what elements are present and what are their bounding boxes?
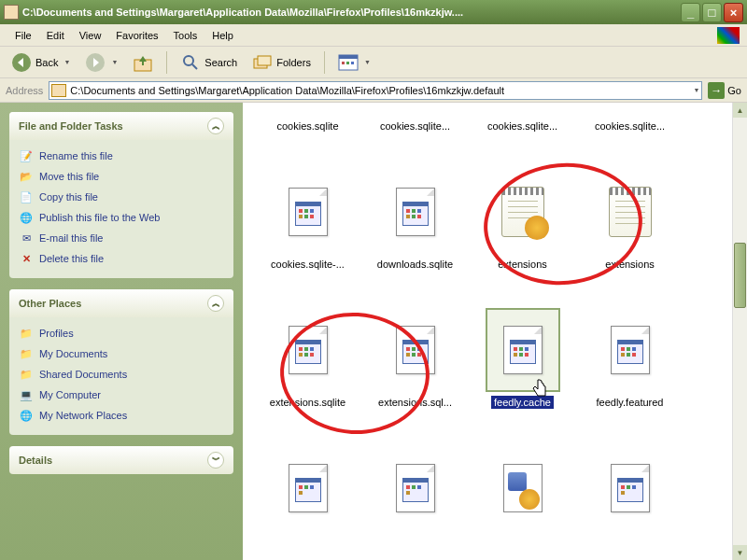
folders-icon: [252, 52, 273, 73]
menu-help[interactable]: Help: [204, 28, 241, 43]
file-item[interactable]: [361, 442, 469, 534]
back-button[interactable]: Back ▼: [6, 50, 76, 75]
computer-icon: 💻: [19, 387, 34, 402]
file-item[interactable]: feedly.featured: [576, 304, 684, 414]
go-button[interactable]: → Go: [708, 82, 741, 99]
scroll-up-button[interactable]: ▲: [733, 103, 747, 118]
svg-rect-11: [351, 62, 354, 64]
chevron-down-icon: ︾: [207, 452, 224, 469]
file-item[interactable]: cookies.sqlite: [254, 112, 361, 138]
folder-icon: [4, 5, 19, 20]
chevron-down-icon[interactable]: ▼: [693, 87, 699, 93]
separator: [324, 51, 325, 74]
panel-places: Other Places ︽ 📁Profiles 📁My Documents 📁…: [9, 289, 233, 435]
close-button[interactable]: ×: [724, 3, 743, 22]
forward-icon: [85, 52, 106, 73]
go-arrow-icon: →: [708, 82, 725, 99]
file-item[interactable]: extensions.sqlite: [254, 304, 361, 414]
document-icon: [289, 464, 328, 512]
forward-button[interactable]: ▼: [79, 50, 123, 75]
file-item[interactable]: [469, 442, 576, 534]
file-item[interactable]: cookies.sqlite...: [576, 112, 684, 138]
document-icon: [396, 464, 435, 512]
address-input-wrap[interactable]: ▼: [49, 81, 702, 100]
file-item[interactable]: cookies.sqlite...: [469, 112, 576, 138]
document-icon: [503, 326, 543, 374]
up-button[interactable]: [127, 50, 159, 75]
document-icon: [289, 188, 328, 236]
chevron-up-icon: ︽: [207, 295, 224, 312]
folders-button[interactable]: Folders: [247, 50, 317, 75]
task-delete[interactable]: ✕Delete this file: [19, 248, 224, 269]
address-input[interactable]: [70, 85, 691, 96]
notepad-icon: [609, 187, 652, 237]
delete-icon: ✕: [19, 251, 34, 266]
search-button[interactable]: Search: [175, 50, 243, 75]
views-icon: [338, 52, 359, 73]
menu-favorites[interactable]: Favorites: [108, 28, 165, 43]
search-icon: [180, 52, 201, 73]
document-icon: [611, 464, 650, 512]
svg-rect-6: [258, 56, 271, 65]
svg-rect-10: [346, 62, 349, 64]
panel-places-header[interactable]: Other Places ︽: [9, 289, 233, 317]
task-publish[interactable]: 🌐Publish this file to the Web: [19, 207, 224, 228]
task-rename[interactable]: 📝Rename this file: [19, 146, 224, 166]
panel-details-title: Details: [19, 455, 52, 466]
menu-edit[interactable]: Edit: [39, 28, 72, 43]
window-title: C:\Documents and Settings\Margaret\Appli…: [22, 7, 681, 18]
file-item[interactable]: [254, 442, 361, 534]
back-label: Back: [35, 57, 58, 68]
scroll-down-button[interactable]: ▼: [733, 545, 747, 560]
search-label: Search: [204, 57, 237, 68]
task-move[interactable]: 📂Move this file: [19, 166, 224, 187]
file-item[interactable]: cookies.sqlite...: [361, 112, 469, 138]
menubar: File Edit View Favorites Tools Help: [0, 24, 747, 47]
menu-view[interactable]: View: [72, 28, 109, 43]
move-icon: 📂: [19, 169, 34, 184]
panel-details-header[interactable]: Details ︾: [9, 446, 233, 474]
network-icon: 🌐: [19, 408, 34, 423]
panel-tasks-header[interactable]: File and Folder Tasks ︽: [9, 112, 233, 140]
scrollbar[interactable]: ▲ ▼: [732, 103, 747, 560]
svg-rect-8: [339, 55, 358, 59]
place-profiles[interactable]: 📁Profiles: [19, 323, 224, 343]
document-icon: [396, 188, 435, 236]
scroll-thumb[interactable]: [734, 243, 746, 308]
panel-tasks-title: File and Folder Tasks: [19, 120, 123, 132]
document-icon: [396, 326, 435, 374]
svg-point-3: [184, 56, 193, 65]
place-computer[interactable]: 💻My Computer: [19, 385, 224, 405]
folder-icon: 📁: [19, 346, 34, 361]
chevron-up-icon: ︽: [207, 118, 224, 134]
panel-details: Details ︾: [9, 446, 233, 474]
views-button[interactable]: ▼: [332, 50, 376, 75]
file-item[interactable]: extensions: [576, 166, 684, 276]
chevron-down-icon: ▼: [63, 59, 70, 65]
file-item[interactable]: cookies.sqlite-...: [254, 166, 361, 276]
menu-tools[interactable]: Tools: [166, 28, 205, 43]
menu-file[interactable]: File: [7, 28, 39, 43]
notepad-gear-icon: [501, 187, 544, 237]
place-shared[interactable]: 📁Shared Documents: [19, 364, 224, 385]
file-item-selected[interactable]: feedly.cache: [469, 304, 576, 414]
windows-logo-icon: [717, 27, 740, 44]
back-icon: [11, 52, 32, 73]
document-icon: [611, 326, 650, 374]
file-item[interactable]: [576, 442, 684, 534]
toolbar: Back ▼ ▼ Search Folders ▼: [0, 47, 747, 78]
file-item[interactable]: downloads.sqlite: [361, 166, 469, 276]
file-item[interactable]: extensions: [469, 166, 576, 276]
place-documents[interactable]: 📁My Documents: [19, 343, 224, 364]
svg-rect-9: [342, 62, 345, 64]
svg-line-4: [192, 64, 197, 69]
task-copy[interactable]: 📄Copy this file: [19, 187, 224, 207]
maximize-button[interactable]: □: [702, 3, 722, 22]
file-pane[interactable]: cookies.sqlite cookies.sqlite... cookies…: [243, 103, 747, 560]
task-email[interactable]: ✉E-mail this file: [19, 228, 224, 248]
file-item[interactable]: extensions.sql...: [361, 304, 469, 414]
minimize-button[interactable]: _: [681, 3, 700, 22]
addressbar: Address ▼ → Go: [0, 78, 747, 103]
address-label: Address: [6, 85, 43, 96]
place-network[interactable]: 🌐My Network Places: [19, 405, 224, 426]
